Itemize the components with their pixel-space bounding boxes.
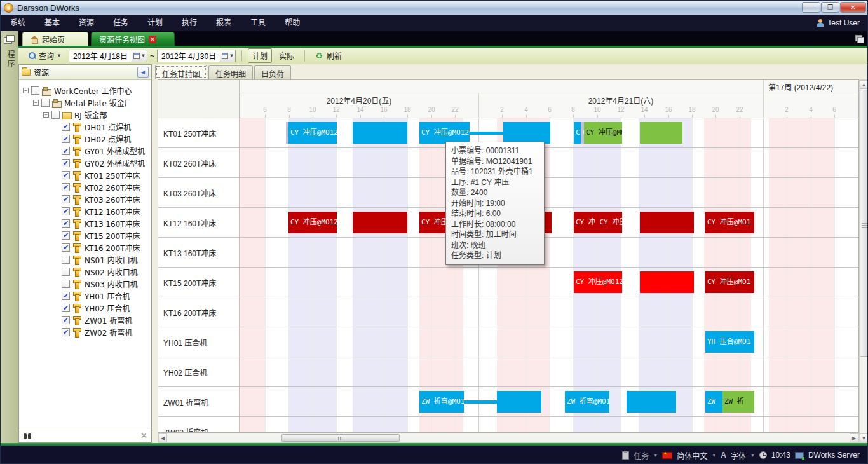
scroll-right-icon[interactable]: ▶	[850, 433, 858, 442]
task-bar[interactable]	[640, 212, 694, 233]
scroll-up-icon[interactable]: ▲	[860, 80, 868, 89]
task-bar[interactable]: CY 冲 CY 冲压@MO12041904	[574, 212, 622, 233]
scroll-down-icon[interactable]: ▼	[860, 433, 868, 442]
date-from-picker[interactable]: 2012年 4月18日 ▼	[69, 50, 147, 62]
status-font[interactable]: 字体	[731, 450, 746, 461]
tree-item[interactable]: ✔YH01 压合机	[19, 290, 151, 302]
scroll-left-icon[interactable]: ◀	[158, 433, 167, 442]
tree-checkbox[interactable]: ✔	[62, 159, 70, 167]
menu-item-执行[interactable]: 执行	[172, 18, 207, 27]
tree-item[interactable]: ✔KT16 200T冲床	[19, 242, 151, 254]
horizontal-scroll-thumb[interactable]	[281, 434, 400, 442]
tree-item[interactable]: −WorkCenter 工作中心	[19, 85, 151, 97]
view-tab-日负荷[interactable]: 日负荷	[254, 65, 291, 79]
vertical-scrollbar[interactable]: ▲ ▼	[859, 79, 868, 443]
task-bar[interactable]	[640, 122, 682, 144]
tree-checkbox[interactable]: ✔	[62, 135, 70, 143]
task-bar[interactable]: ZW 折弯@MO12041901	[565, 391, 609, 413]
tree-item[interactable]: ✔DH01 点焊机	[19, 121, 151, 133]
tree-item[interactable]: −BJ 钣金部	[19, 109, 151, 121]
view-tab-任务甘特图[interactable]: 任务甘特图	[155, 65, 207, 79]
tree-item[interactable]: ✔KT01 250T冲床	[19, 169, 151, 181]
panel-collapse-button[interactable]: ◄	[137, 67, 149, 78]
tree-checkbox[interactable]	[41, 99, 50, 107]
task-bar[interactable]: CY 冲压@MO12041903	[574, 271, 622, 293]
tree-item[interactable]: ✔KT02 260T冲床	[19, 181, 151, 193]
status-task-label[interactable]: 任务	[634, 450, 649, 461]
actual-toggle-button[interactable]: 实际	[275, 48, 299, 63]
tree-checkbox[interactable]: ✔	[62, 231, 70, 240]
task-bar[interactable]	[640, 271, 694, 293]
horizontal-scroll-track[interactable]	[167, 433, 850, 442]
tree-item[interactable]: NS02 内收口机	[19, 266, 151, 278]
menu-item-计划[interactable]: 计划	[138, 18, 172, 27]
tree-item[interactable]: ✔GY02 外桶成型机	[19, 157, 151, 169]
tree-checkbox[interactable]: ✔	[62, 316, 70, 324]
expander-minus-icon[interactable]: −	[43, 112, 49, 118]
date-to-calendar-button[interactable]: ▼	[220, 50, 235, 62]
tab-close-icon[interactable]: ✕	[149, 36, 156, 43]
tree-checkbox[interactable]: ✔	[62, 195, 70, 203]
tree-item[interactable]: ✔KT15 200T冲床	[19, 229, 151, 242]
tree-checkbox[interactable]	[62, 268, 70, 276]
binoculars-search-icon[interactable]	[23, 432, 32, 439]
tree-checkbox[interactable]: ✔	[62, 171, 70, 179]
horizontal-scrollbar[interactable]: ◀ ▶	[158, 433, 859, 443]
menu-item-报表[interactable]: 报表	[207, 18, 241, 27]
task-bar[interactable]: YH 压合@MO1	[705, 331, 754, 353]
tree-checkbox[interactable]: ✔	[62, 219, 70, 228]
menu-item-资源[interactable]: 资源	[69, 18, 104, 27]
tree-checkbox[interactable]	[62, 280, 70, 288]
task-bar[interactable]: CY 冲压@MO1	[705, 271, 754, 293]
expander-minus-icon[interactable]: −	[33, 100, 39, 106]
chevron-down-icon[interactable]: ▼	[712, 453, 716, 458]
chevron-down-icon[interactable]: ▼	[653, 453, 658, 458]
tree-item[interactable]: ✔GY01 外桶成型机	[19, 145, 151, 157]
tree-item[interactable]: ✔YH02 压合机	[19, 302, 151, 314]
menu-item-帮助[interactable]: 帮助	[275, 18, 309, 27]
windows-icon[interactable]	[855, 35, 864, 42]
task-bar[interactable]	[503, 122, 550, 144]
tree-item[interactable]: ✔ZW01 折弯机	[19, 314, 151, 326]
minimize-button[interactable]: —	[802, 2, 820, 13]
tree-item[interactable]: ✔KT03 260T冲床	[19, 193, 151, 205]
tree-checkbox[interactable]	[31, 86, 39, 95]
menu-item-工具[interactable]: 工具	[241, 18, 275, 27]
query-button[interactable]: 查询 ▼	[24, 48, 66, 63]
task-bar[interactable]: CY 冲压@MO12041901	[288, 122, 337, 144]
plan-toggle-button[interactable]: 计划	[248, 48, 272, 63]
tree-item[interactable]: ✔ZW02 折弯机	[19, 326, 151, 338]
task-bar[interactable]	[497, 391, 541, 413]
menu-item-基本[interactable]: 基本	[35, 18, 69, 27]
tree-checkbox[interactable]: ✔	[62, 207, 70, 215]
tree-item[interactable]: ✔KT13 160T冲床	[19, 217, 151, 229]
restore-button[interactable]: ❐	[821, 2, 839, 13]
vertical-scroll-thumb[interactable]	[860, 90, 868, 357]
menu-item-任务[interactable]: 任务	[104, 18, 138, 27]
task-bar[interactable]	[627, 391, 676, 413]
tree-checkbox[interactable]: ✔	[62, 328, 70, 336]
menu-item-系统[interactable]: 系统	[1, 18, 35, 27]
task-bar[interactable]: ZW	[705, 391, 722, 413]
tree-checkbox[interactable]: ✔	[62, 292, 70, 300]
status-language[interactable]: 简体中文	[677, 450, 707, 461]
expander-minus-icon[interactable]: −	[23, 88, 29, 93]
task-bar[interactable]: CY 冲压@MO12041904	[288, 212, 337, 233]
tree-checkbox[interactable]	[51, 111, 60, 119]
task-bar[interactable]: CY 冲压@MO12041901	[419, 122, 470, 144]
task-bar[interactable]: CY 冲压@MO12041902	[584, 122, 622, 144]
task-bar[interactable]: ZW 折弯@MO12041901	[419, 391, 464, 413]
tree-checkbox[interactable]: ✔	[62, 243, 70, 252]
tree-item[interactable]: NS01 内收口机	[19, 254, 151, 266]
task-bar[interactable]: CY 冲压@MO1	[705, 212, 754, 233]
user-box[interactable]: Test User	[817, 15, 860, 31]
tab-resource-task-view[interactable]: 资源任务视图 ✕	[91, 32, 175, 46]
task-bar[interactable]: ZW 折	[722, 391, 754, 413]
clear-filter-icon[interactable]: ✕	[140, 431, 147, 440]
tree-checkbox[interactable]: ✔	[62, 147, 70, 155]
close-button[interactable]: ✕	[840, 2, 866, 13]
tree-item[interactable]: ✔DH02 点焊机	[19, 133, 151, 145]
task-bar[interactable]	[353, 122, 407, 144]
view-tab-任务明细[interactable]: 任务明细	[208, 65, 253, 79]
tree-checkbox[interactable]: ✔	[62, 123, 70, 131]
